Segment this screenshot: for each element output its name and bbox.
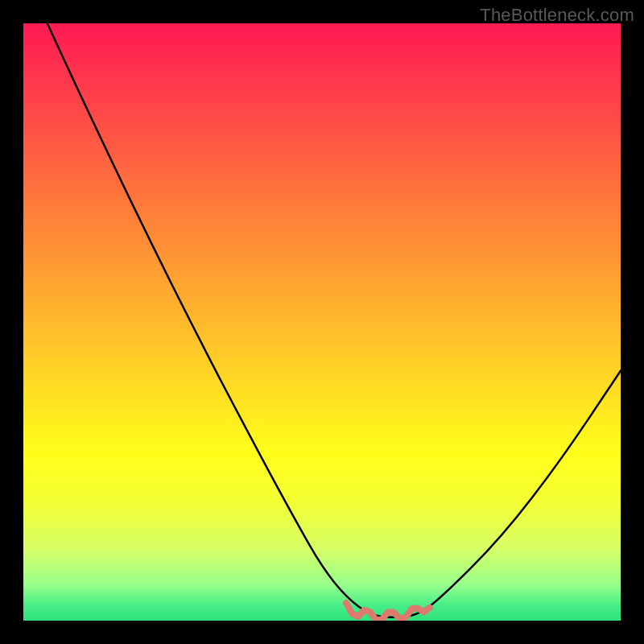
attribution-text[interactable]: TheBottleneck.com [480,5,634,26]
chart-container: TheBottleneck.com [0,0,644,644]
plot-background [23,23,621,621]
